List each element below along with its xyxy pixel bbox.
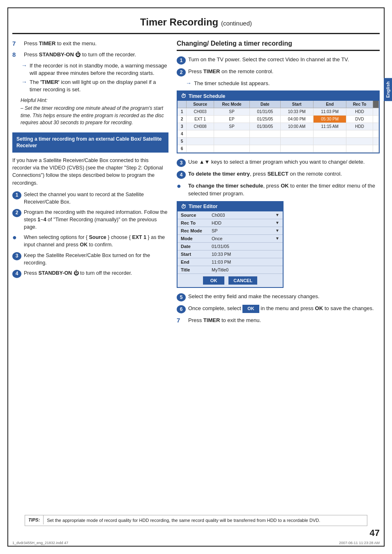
te-cancel-button[interactable]: CANCEL <box>228 276 257 285</box>
ts-row6-num: 6 <box>178 145 187 153</box>
footer-date: 2007-06-11 11:23:28 AM <box>339 541 380 545</box>
ts-col-source: Source <box>187 101 214 108</box>
ts-row5-start <box>280 138 313 145</box>
te-label-source: Source <box>178 211 208 219</box>
ts-row4-date <box>250 130 280 138</box>
r-step-2-arrow-sym: → <box>186 80 191 86</box>
r-step-1-num: 1 <box>177 56 186 65</box>
title-continued: (continued) <box>221 20 252 27</box>
arrow-item-1: → If the recorder is not in standby mode… <box>21 62 168 77</box>
te-row-start: Start 10:33 PM <box>178 250 283 258</box>
te-row-date: Date 01/31/05 <box>178 242 283 250</box>
ts-col-scroll <box>373 101 379 108</box>
r-step-3-text: Use ▲▼ keys to select a timer program wh… <box>188 158 365 166</box>
step-7: 7 Press TIMER to exit the menu. <box>12 40 168 48</box>
arrow-text-2: The 'TIMER' icon will light up on the di… <box>30 79 168 93</box>
r-step-6-num: 6 <box>177 305 186 313</box>
te-label-title: Title <box>178 266 208 274</box>
left-column: 7 Press TIMER to exit the menu. 8 Press … <box>12 40 168 328</box>
ts-row2-num: 2 <box>178 116 187 123</box>
timer-schedule-table: ⏱ Timer Schedule Source Rec Mode Date St… <box>177 90 380 153</box>
arrow-text-1: If the recorder is not in standby mode, … <box>30 62 168 77</box>
tips-bar: TIPS: Set the appropriate mode of record… <box>25 515 367 526</box>
te-source-dropdown[interactable]: ▼ <box>275 213 279 217</box>
ts-col-date: Date <box>250 101 280 108</box>
timer-editor-box: ⏱ Timer Editor Source Ch003 ▼ <box>177 201 284 288</box>
te-recto-dropdown[interactable]: ▼ <box>275 220 279 225</box>
sat-step-1: 1 Select the channel you want to record … <box>12 191 168 206</box>
ts-col-recto: Rec To <box>346 101 373 108</box>
te-ok-button[interactable]: OK <box>203 276 225 285</box>
ts-row6-source <box>187 145 214 153</box>
ts-row1-start: 10:33 PM <box>280 108 313 116</box>
table-row: 5 <box>178 138 379 145</box>
ts-row1-end: 11:03 PM <box>313 108 346 116</box>
ts-row5-scroll <box>373 138 379 145</box>
r-step-5-num: 5 <box>177 293 186 301</box>
tips-label: TIPS: <box>25 515 44 524</box>
satellite-intro: If you have a Satellite Receiver/Cable B… <box>12 157 168 278</box>
te-val-end: 11:03 PM <box>208 258 283 266</box>
table-row: 2 EXT 1 EP 01/25/05 04:00 PM 05:30 PM DV… <box>178 116 379 123</box>
ts-row5-end <box>313 138 346 145</box>
ts-row3-scroll <box>373 123 379 130</box>
right-column: Changing/ Deleting a timer recording 1 T… <box>177 40 380 328</box>
english-tab: English <box>384 78 392 101</box>
r-step-1: 1 Turn on the TV power. Select the corre… <box>177 56 380 65</box>
sat-step-1-num: 1 <box>12 191 21 199</box>
te-recmode-value: SP <box>212 228 218 233</box>
ts-row2-date: 01/25/05 <box>250 116 280 123</box>
ts-row1-num: 1 <box>178 108 187 116</box>
te-table: Source Ch003 ▼ Rec To HDD <box>178 211 283 274</box>
timer-editor-icon: ⏱ <box>181 204 186 210</box>
sat-bullet-sym: ● <box>12 234 21 241</box>
te-val-recto: HDD ▼ <box>208 219 283 227</box>
table-row: 1 CH003 SP 01/31/05 10:33 PM 11:03 PM HD… <box>178 108 379 116</box>
ts-row6-date <box>250 145 280 153</box>
r-step-2-text: Press TIMER on the remote control. <box>188 68 273 76</box>
page-title: Timer Recording (continued) <box>12 12 380 34</box>
te-mode-dropdown[interactable]: ▼ <box>275 236 279 241</box>
r-step-3: 3 Use ▲▼ keys to select a timer program … <box>177 158 380 167</box>
ts-col-num <box>178 101 187 108</box>
ts-row3-num: 3 <box>178 123 187 130</box>
sat-bullet-source: ● When selecting options for { Source } … <box>12 234 168 248</box>
sat-step-4-num: 4 <box>12 270 21 278</box>
ts-row6-start <box>280 145 313 153</box>
step-7-text: Press TIMER to exit the menu. <box>24 40 97 48</box>
sat-step-3-num: 3 <box>12 252 21 260</box>
section-heading: Changing/ Deleting a timer recording <box>177 40 380 51</box>
te-source-value: Ch003 <box>212 213 225 218</box>
ts-row6-recto <box>346 145 373 153</box>
ts-row5-recto <box>346 138 373 145</box>
step-8: 8 Press STANDBY-ON ⏻ to turn off the rec… <box>12 51 168 59</box>
ts-row1-scroll <box>373 108 379 116</box>
satellite-intro-text: If you have a Satellite Receiver/Cable B… <box>12 157 168 187</box>
sat-step-4-text: Press STANDBY-ON ⏻ to turn off the recor… <box>24 269 132 277</box>
ts-row4-source <box>187 130 214 138</box>
te-recmode-dropdown[interactable]: ▼ <box>275 228 279 233</box>
ts-row3-end: 11:15 AM <box>313 123 346 130</box>
r-bullet-sym: ● <box>177 182 186 190</box>
r-step-6-ok-badge: OK <box>242 305 259 313</box>
helpful-hint: Helpful Hint: – Set the timer recording … <box>12 97 168 126</box>
timer-schedule-header: ⏱ Timer Schedule <box>178 91 379 101</box>
page-number: 47 <box>370 528 380 538</box>
sat-step-2: 2 Program the recording with the require… <box>12 209 168 231</box>
step-7-num: 7 <box>12 40 21 47</box>
sat-step-3-text: Keep the Satellite Receiver/Cable Box tu… <box>24 252 168 267</box>
ts-row4-recto <box>346 130 373 138</box>
sat-step-2-num: 2 <box>12 209 21 217</box>
sat-step-1-text: Select the channel you want to record at… <box>24 191 168 206</box>
te-recto-value: HDD <box>212 220 221 225</box>
step-8-num: 8 <box>12 51 21 58</box>
r-bullet-change: ● To change the timer schedule, press OK… <box>177 182 380 198</box>
te-row-mode: Mode Once ▼ <box>178 234 283 242</box>
ts-row2-scroll <box>373 116 379 123</box>
ts-col-end: End <box>313 101 346 108</box>
te-label-recto: Rec To <box>178 219 208 227</box>
ts-col-recmode: Rec Mode <box>214 101 249 108</box>
arrow-sym-2: → <box>21 79 27 85</box>
r-step-4: 4 To delete the timer entry, press SELEC… <box>177 170 380 179</box>
table-row: 3 CH008 SP 01/30/05 10:00 AM 11:15 AM HD… <box>178 123 379 130</box>
